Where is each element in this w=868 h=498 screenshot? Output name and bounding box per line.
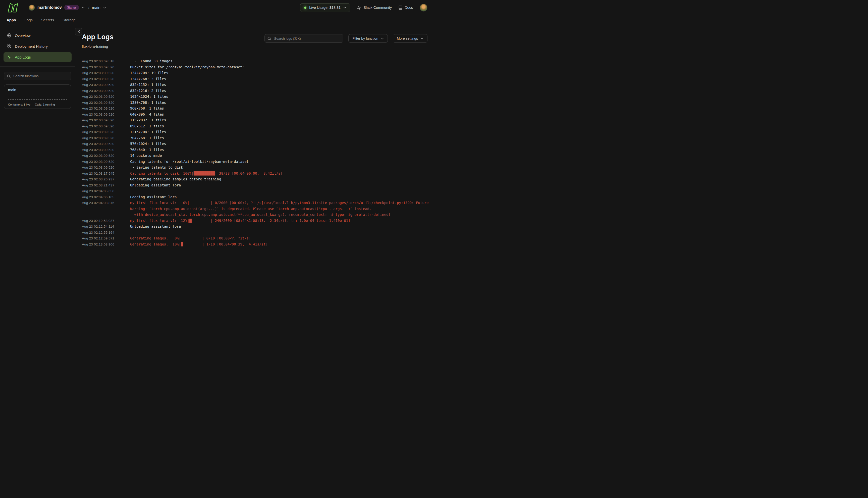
log-search-input[interactable] bbox=[273, 37, 340, 41]
log-row[interactable]: Aug 23 02:03:09.520 832x1152: 1 files bbox=[82, 82, 430, 88]
main-content: App Logs flux-lora-training Filter by fu… bbox=[75, 25, 434, 249]
log-row[interactable]: Aug 23 02:04:06.105 Loading assistant lo… bbox=[82, 194, 430, 200]
log-search[interactable] bbox=[265, 34, 343, 43]
log-row[interactable]: Aug 23 02:03:09.520 1152x832: 1 files bbox=[82, 117, 430, 123]
tab-secrets[interactable]: Secrets bbox=[41, 15, 54, 25]
slack-community-label: Slack Community bbox=[363, 5, 392, 10]
log-row[interactable]: Aug 23 02:03:17.945 Caching latents to d… bbox=[82, 171, 430, 176]
chevron-left-icon bbox=[78, 30, 80, 33]
log-timestamp: Aug 23 02:03:09.520 bbox=[82, 117, 130, 123]
live-usage-label: Live Usage: $18.31 bbox=[309, 5, 340, 10]
sidebar-collapse-button[interactable] bbox=[75, 28, 82, 36]
log-row[interactable]: Aug 23 02:03:09.520 960x768: 1 files bbox=[82, 106, 430, 112]
function-stats: Containers: 1 live Calls: 1 running bbox=[8, 103, 55, 106]
log-row[interactable]: Aug 23 02:03:09.520 768x640: 1 files bbox=[82, 147, 430, 153]
log-timestamp: Aug 23 02:03:20.937 bbox=[82, 176, 130, 182]
environment-selector[interactable]: main bbox=[92, 5, 106, 10]
function-name: main bbox=[8, 88, 67, 92]
chevron-down-icon bbox=[103, 6, 106, 9]
history-icon bbox=[7, 44, 12, 49]
log-list: Aug 23 02:03:09.518 - Found 38 images Au… bbox=[75, 57, 434, 247]
sidebar-item-label: Overview bbox=[15, 34, 31, 38]
log-row[interactable]: Aug 23 02:03:20.937 Generating baseline … bbox=[82, 176, 430, 182]
log-message: my_first_flux_lora_v1: 12%|█▏ | 249/2000… bbox=[130, 218, 350, 224]
log-row[interactable]: Aug 23 02:03:09.520 1344x704: 19 files bbox=[82, 70, 430, 76]
primary-tabbar: Apps Logs Secrets Storage bbox=[0, 15, 434, 25]
log-row[interactable]: Aug 23 02:13:03.906 Generating Images: 1… bbox=[82, 241, 430, 248]
more-settings-button[interactable]: More settings bbox=[393, 34, 427, 43]
log-row[interactable]: Aug 23 02:03:09.520 704x768: 1 files bbox=[82, 135, 430, 141]
log-row[interactable]: Aug 23 02:03:09.520 896x512: 1 files bbox=[82, 123, 430, 129]
user-avatar[interactable] bbox=[420, 4, 427, 12]
topbar-right: Live Usage: $18.31 Slack Community bbox=[300, 3, 427, 12]
slack-community-link[interactable]: Slack Community bbox=[357, 5, 392, 10]
log-timestamp: Aug 23 02:03:09.520 bbox=[82, 64, 130, 70]
log-row[interactable]: Aug 23 02:03:09.520 - Saving latents to … bbox=[82, 165, 430, 171]
log-timestamp: Aug 23 02:03:09.520 bbox=[82, 135, 130, 141]
log-message: 576x1024: 1 files bbox=[130, 141, 166, 147]
header-titles: App Logs flux-lora-training bbox=[82, 33, 113, 49]
log-message: 1216x704: 1 files bbox=[130, 129, 166, 135]
log-row[interactable]: Aug 23 02:03:09.520 832x1216: 2 files bbox=[82, 88, 430, 94]
function-card-main[interactable]: main Containers: 1 live Calls: 1 running bbox=[4, 84, 71, 109]
log-row[interactable]: Aug 23 02:03:09.520 Caching latents for … bbox=[82, 159, 430, 165]
app-body: Overview Deployment History bbox=[0, 25, 434, 249]
docs-link[interactable]: Docs bbox=[399, 5, 413, 10]
pulse-icon bbox=[7, 55, 12, 59]
log-row[interactable]: Aug 23 02:03:09.520 1280x768: 1 files bbox=[82, 100, 430, 106]
slack-icon bbox=[357, 5, 361, 10]
log-timestamp: Aug 23 02:03:09.520 bbox=[82, 106, 130, 112]
function-search[interactable] bbox=[4, 72, 71, 80]
log-row[interactable]: Aug 23 02:03:09.520 Bucket sizes for /ro… bbox=[82, 64, 430, 70]
log-message: - Found 38 images bbox=[130, 58, 173, 64]
plan-badge: Starter bbox=[64, 5, 79, 10]
log-timestamp: Aug 23 02:03:09.520 bbox=[82, 100, 130, 106]
log-row[interactable]: Aug 23 02:03:09.520 640x896: 4 files bbox=[82, 112, 430, 118]
log-row[interactable]: Aug 23 02:03:09.520 1216x704: 1 files bbox=[82, 129, 430, 135]
log-row[interactable]: Aug 23 02:03:09.520 576x1024: 1 files bbox=[82, 141, 430, 147]
workspace-switcher[interactable]: martintomov Starter bbox=[29, 4, 85, 11]
environment-name: main bbox=[92, 5, 101, 10]
page-title: App Logs bbox=[82, 33, 113, 41]
tab-storage[interactable]: Storage bbox=[63, 15, 76, 25]
sidebar-item-deployment-history[interactable]: Deployment History bbox=[3, 41, 71, 51]
log-message: 1280x768: 1 files bbox=[130, 100, 166, 106]
log-timestamp: Aug 23 02:12:59.571 bbox=[82, 235, 130, 241]
log-timestamp: Aug 23 02:04:08.876 bbox=[82, 200, 130, 206]
content-header: App Logs flux-lora-training Filter by fu… bbox=[75, 25, 434, 49]
function-search-input[interactable] bbox=[13, 74, 68, 78]
chevron-down-icon bbox=[81, 6, 85, 9]
log-row[interactable]: Aug 23 02:04:05.656 bbox=[82, 188, 430, 194]
log-message: 896x512: 1 files bbox=[130, 123, 164, 129]
log-row[interactable]: Aug 23 02:03:09.520 1024x1024: 1 files bbox=[82, 94, 430, 100]
docs-label: Docs bbox=[405, 5, 413, 10]
log-row[interactable]: Aug 23 02:12:54.114 Unloading assistant … bbox=[82, 224, 430, 230]
log-timestamp: Aug 23 02:03:09.520 bbox=[82, 141, 130, 147]
modal-logo[interactable] bbox=[6, 2, 19, 13]
log-row[interactable]: Aug 23 02:04:08.876 my_first_flux_lora_v… bbox=[82, 200, 430, 218]
log-message: 1024x1024: 1 files bbox=[130, 94, 168, 100]
log-timestamp: Aug 23 02:03:09.520 bbox=[82, 70, 130, 76]
log-row[interactable]: Aug 23 02:03:09.520 14 buckets made bbox=[82, 153, 430, 159]
filter-by-function-button[interactable]: Filter by function bbox=[348, 34, 388, 43]
log-message: 768x640: 1 files bbox=[130, 147, 164, 153]
log-row[interactable]: Aug 23 02:03:09.518 - Found 38 images bbox=[82, 58, 430, 64]
log-message: - Saving latents to disk bbox=[130, 165, 183, 171]
log-timestamp: Aug 23 02:12:54.114 bbox=[82, 224, 130, 230]
log-message: Generating Images: 0%| | 0/10 [00:00<?, … bbox=[130, 235, 251, 241]
live-status-dot bbox=[304, 6, 306, 9]
tab-logs[interactable]: Logs bbox=[25, 15, 33, 25]
log-message: Generating baseline samples before train… bbox=[130, 176, 221, 182]
log-row[interactable]: Aug 23 02:12:55.164 bbox=[82, 230, 430, 236]
log-row[interactable]: Aug 23 02:12:53.037 my_first_flux_lora_v… bbox=[82, 218, 430, 224]
log-row[interactable]: Aug 23 02:12:59.571 Generating Images: 0… bbox=[82, 235, 430, 241]
search-icon bbox=[267, 37, 271, 40]
log-row[interactable]: Aug 23 02:03:09.520 1344x768: 3 files bbox=[82, 76, 430, 82]
workspace-avatar bbox=[29, 4, 35, 11]
log-timestamp: Aug 23 02:12:53.037 bbox=[82, 218, 130, 224]
log-row[interactable]: Aug 23 02:03:21.437 Unloading assistant … bbox=[82, 182, 430, 188]
live-usage-button[interactable]: Live Usage: $18.31 bbox=[300, 3, 350, 12]
tab-apps[interactable]: Apps bbox=[6, 15, 16, 25]
sidebar-item-app-logs[interactable]: App Logs bbox=[3, 52, 71, 62]
sidebar-item-overview[interactable]: Overview bbox=[3, 31, 71, 40]
